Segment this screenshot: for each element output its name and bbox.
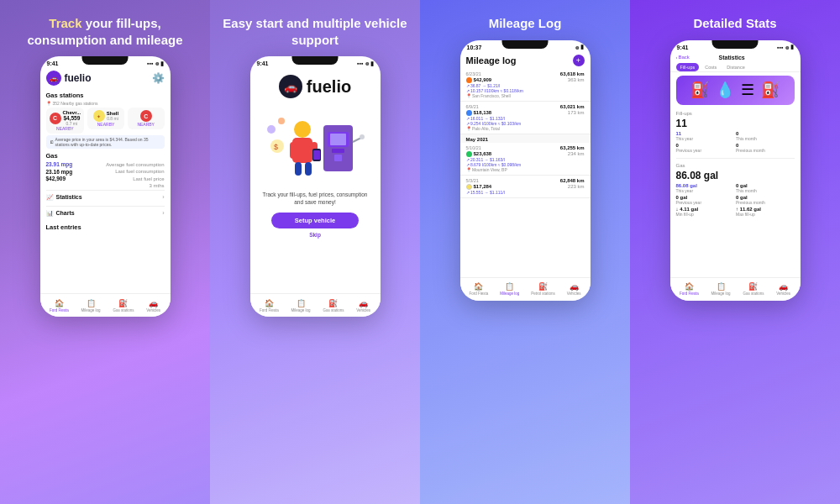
mileage-header: Mileage log + bbox=[460, 52, 591, 69]
skip-link[interactable]: Skip bbox=[309, 232, 321, 238]
months-label: 3 mths bbox=[149, 183, 164, 188]
nav-ford-fiesta-1[interactable]: 🏠 Ford Fiesta bbox=[50, 299, 69, 312]
app-logo-1: 🚗 fuelio bbox=[46, 71, 92, 86]
stats-icon: 📈 bbox=[46, 194, 54, 201]
setup-vehicle-button[interactable]: Setup vehicle bbox=[271, 213, 359, 228]
setup-logo-icon: 🚗 bbox=[279, 75, 302, 98]
tab-fillups[interactable]: Fill-ups bbox=[676, 63, 700, 71]
phone-notch-3 bbox=[502, 40, 549, 49]
nav-vehicles-4[interactable]: 🚗 Vehicles bbox=[776, 282, 790, 296]
fillups-this-year-cell: 11 This year bbox=[676, 131, 735, 141]
setup-illustration: $ bbox=[265, 108, 365, 184]
phone-notch-2 bbox=[292, 56, 339, 65]
may-entry-1-header: 5/10/21 63,255 km bbox=[466, 145, 585, 150]
may-entry-1-km: 63,255 km bbox=[560, 145, 585, 150]
log-entry-2: 6/9/21 63,021 km $18,138 173 km ↗ 16.011… bbox=[460, 102, 591, 134]
svg-rect-13 bbox=[295, 162, 302, 176]
gas-min-cell: ↓ 4.11 gal Min fill-up bbox=[676, 207, 735, 217]
bottom-nav-3: 🏠 Ford Fiesta 📋 Mileage log ⛽ Petrol sta… bbox=[460, 277, 591, 301]
may-entry-1-date: 5/10/21 bbox=[466, 145, 481, 150]
back-chevron-icon: ‹ bbox=[676, 55, 678, 60]
nav-gas-2[interactable]: ⛽ Gas stations bbox=[323, 299, 344, 312]
tab-costs[interactable]: Costs bbox=[701, 63, 721, 71]
entry-1-km: 63,618 km bbox=[560, 71, 585, 76]
battery-icon-3: ▮ bbox=[580, 44, 584, 50]
app-name-1: fuelio bbox=[65, 72, 92, 84]
nearby-count: 📍352 Nearby gas stations bbox=[46, 101, 165, 106]
nav-label-home-2: Ford Fiesta bbox=[260, 308, 279, 312]
nav-label-gas-2: Gas stations bbox=[323, 308, 344, 312]
may-entry-1-price-row: $23,638 234 km bbox=[466, 151, 585, 157]
nav-vehicles-2[interactable]: 🚗 Vehicles bbox=[356, 299, 370, 312]
nav-mileage-3[interactable]: 📋 Mileage log bbox=[500, 282, 519, 296]
fillups-section: Fill-ups 11 11 This year 0 This month 0 … bbox=[670, 108, 801, 155]
phone-4: 9:41 ▪▪▪ ⌾ ▮ ‹ Back Statistics Fill-ups … bbox=[670, 40, 801, 301]
panel-1-headline: Track your fill-ups, consumption and mil… bbox=[12, 15, 198, 48]
menu-charts[interactable]: 📊 Charts › bbox=[46, 206, 165, 220]
nav-gas-stations-1[interactable]: ⛽ Gas stations bbox=[113, 299, 134, 312]
may-entry-2-date: 5/3/21 bbox=[466, 178, 479, 183]
mpg-last: 23.16 mpg bbox=[46, 169, 73, 175]
fillups-label: Fill-ups bbox=[676, 111, 795, 116]
fillups-prev-month-label: Previous month bbox=[736, 148, 795, 153]
nav-gas-4[interactable]: ⛽ Gas stations bbox=[743, 282, 764, 296]
mileage-icon-1: 📋 bbox=[87, 299, 96, 307]
gas-row-1: 23.91 mpg Average fuel consumption bbox=[46, 161, 165, 167]
pump-banner-icon: ⛽ bbox=[690, 81, 709, 99]
nav-ford-3[interactable]: 🏠 Ford Fiesta bbox=[469, 282, 488, 296]
station-badge-3: NEARBY bbox=[131, 122, 161, 127]
gas-prev-year-cell: 0 gal Previous year bbox=[676, 195, 735, 205]
nav-vehicles-3[interactable]: 🚗 Vehicles bbox=[567, 282, 581, 296]
nav-label-vehicles-3: Vehicles bbox=[567, 291, 581, 296]
dot-may-1 bbox=[466, 151, 472, 157]
nav-mileage-4[interactable]: 📋 Mileage log bbox=[711, 282, 731, 296]
dot-1 bbox=[466, 77, 472, 83]
entry-2-location: 📍 Palo Alto, Total bbox=[466, 126, 585, 131]
panel-3-headline: Mileage Log bbox=[489, 15, 562, 32]
nav-home-2[interactable]: 🏠 Ford Fiesta bbox=[260, 299, 279, 312]
nav-mileage-2[interactable]: 📋 Mileage log bbox=[291, 299, 311, 312]
charts-icon: 📊 bbox=[46, 210, 54, 217]
last-price: $42,909 bbox=[46, 176, 66, 181]
fillups-prev-year-cell: 0 Previous year bbox=[676, 143, 735, 153]
nav-ford-4[interactable]: 🏠 Ford Fiesta bbox=[680, 282, 699, 296]
nav-mileage-1[interactable]: 📋 Mileage log bbox=[81, 299, 101, 312]
nav-petrol-3[interactable]: ⛽ Petrol stations bbox=[531, 282, 555, 296]
gas-this-year-cell: 86.08 gal This year bbox=[676, 183, 735, 193]
gas-icon-2: ⛽ bbox=[328, 299, 338, 307]
nav-label-mileage-4: Mileage log bbox=[711, 291, 731, 296]
menu-statistics[interactable]: 📈 Statistics › bbox=[46, 190, 165, 204]
station-badge-shell: NEARBY bbox=[91, 122, 121, 127]
mileage-icon-2: 📋 bbox=[297, 299, 306, 307]
setup-logo: 🚗 fuelio bbox=[279, 75, 351, 98]
back-button[interactable]: ‹ Back bbox=[676, 55, 690, 60]
tab-distance[interactable]: Distance bbox=[722, 63, 748, 71]
add-entry-button[interactable]: + bbox=[573, 55, 585, 66]
gas-prev-month-cell: 0 gal Previous month bbox=[736, 195, 795, 205]
entry-1-location: 📍 San Francisco, Shell bbox=[466, 93, 585, 98]
may-entry-2-rate1: ↗ 15.551 → $1.111/l bbox=[466, 190, 585, 195]
svg-rect-4 bbox=[334, 155, 342, 161]
may-entry-2-sub-km: 223 km bbox=[568, 184, 585, 189]
status-right-1: ▪▪▪ ⌾ ▮ bbox=[147, 60, 163, 67]
entry-2-km: 63,021 km bbox=[560, 104, 585, 109]
nav-vehicles-1[interactable]: 🚗 Vehicles bbox=[146, 299, 160, 312]
last-price-label: Last fuel price bbox=[133, 176, 164, 181]
mpg-avg-label: Average fuel consumption bbox=[106, 162, 164, 167]
dot-may-2 bbox=[466, 184, 472, 190]
status-right-4: ▪▪▪ ⌾ ▮ bbox=[777, 44, 793, 50]
gas-stats-value: 86.08 gal bbox=[676, 170, 795, 181]
fillups-prev-year-label: Previous year bbox=[676, 148, 735, 153]
headline-highlight: Track bbox=[49, 16, 81, 30]
vehicles-icon-1: 🚗 bbox=[149, 299, 158, 307]
chevron-logo-1: C bbox=[50, 113, 61, 124]
stats-divider-1 bbox=[676, 158, 795, 159]
statistics-label: 📈 Statistics bbox=[46, 194, 82, 201]
fillups-this-month-cell: 0 This month bbox=[736, 131, 795, 141]
panel-setup: Easy start and multiple vehicle support … bbox=[210, 0, 420, 504]
signal-icon: ▪▪▪ bbox=[147, 60, 153, 66]
gas-icon-1: ⛽ bbox=[118, 299, 128, 307]
gear-icon-1[interactable]: ⚙️ bbox=[152, 72, 165, 84]
log-entry-1-header: 6/23/21 63,618 km bbox=[466, 71, 585, 76]
log-entry-1: 6/23/21 63,618 km $42,909 363 km ↗ 36.87… bbox=[460, 69, 591, 102]
